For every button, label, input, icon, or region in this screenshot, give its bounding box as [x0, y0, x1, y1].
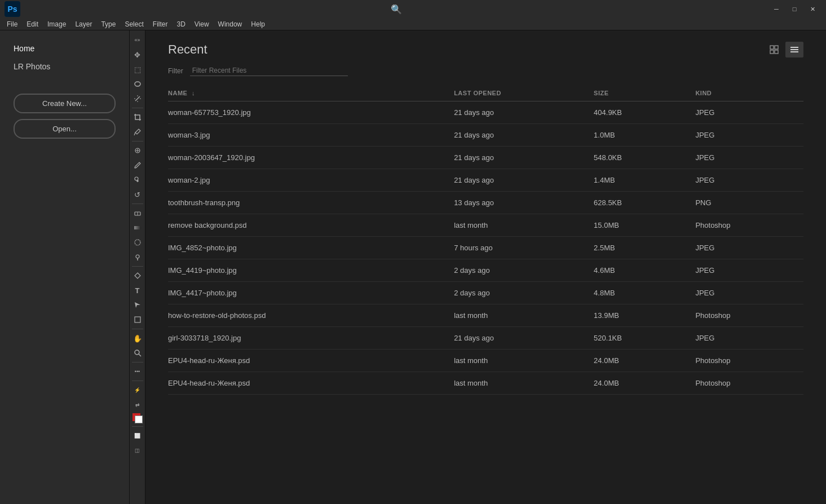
- table-row[interactable]: woman-2003647_1920.jpg 21 days ago 548.0…: [168, 147, 803, 169]
- eraser-tool[interactable]: [131, 206, 144, 220]
- table-row[interactable]: IMG_4417~photo.jpg 2 days ago 4.8MB JPEG: [168, 282, 803, 304]
- title-bar: Ps 🔍 ─ □ ✕: [0, 0, 826, 18]
- color-swatches[interactable]: [132, 413, 143, 423]
- close-button[interactable]: ✕: [803, 0, 821, 18]
- file-last-opened: 21 days ago: [454, 147, 594, 169]
- col-last-opened[interactable]: LAST OPENED: [454, 85, 594, 101]
- svg-point-17: [136, 255, 139, 258]
- file-size: 15.0MB: [594, 214, 695, 237]
- filter-input[interactable]: [190, 65, 348, 76]
- menu-view[interactable]: View: [190, 18, 214, 30]
- col-name[interactable]: NAME ↓: [168, 85, 454, 101]
- panels-collapse-btn[interactable]: «»: [131, 33, 144, 47]
- open-button[interactable]: Open...: [14, 119, 116, 139]
- file-last-opened: last month: [454, 304, 594, 327]
- files-tbody: woman-657753_1920.jpg 21 days ago 404.9K…: [168, 101, 803, 395]
- menu-image[interactable]: Image: [43, 18, 70, 30]
- file-kind: JPEG: [695, 259, 803, 282]
- recent-header: Recent: [145, 30, 826, 63]
- file-kind: JPEG: [695, 282, 803, 304]
- window-controls: ─ □ ✕: [767, 0, 821, 18]
- marquee-tool[interactable]: ⬚: [131, 63, 144, 76]
- content-area: Recent Filter NAME ↓: [145, 30, 826, 504]
- files-table-header: NAME ↓ LAST OPENED SIZE KIND: [168, 85, 803, 101]
- table-row[interactable]: toothbrush-transp.png 13 days ago 628.5K…: [168, 192, 803, 214]
- menu-help[interactable]: Help: [246, 18, 270, 30]
- menu-window[interactable]: Window: [214, 18, 247, 30]
- table-row[interactable]: EPU4-head-ru-Женя.psd last month 24.0MB …: [168, 372, 803, 395]
- table-row[interactable]: how-to-restore-old-photos.psd last month…: [168, 304, 803, 327]
- file-size: 4.8MB: [594, 282, 695, 304]
- file-last-opened: 2 days ago: [454, 282, 594, 304]
- table-row[interactable]: EPU4-head-ru-Женя.psd last month 24.0MB …: [168, 350, 803, 372]
- create-new-button[interactable]: Create New...: [14, 94, 116, 113]
- table-row[interactable]: woman-657753_1920.jpg 21 days ago 404.9K…: [168, 101, 803, 124]
- pen-tool[interactable]: [131, 269, 144, 282]
- lasso-tool[interactable]: [131, 77, 144, 91]
- table-row[interactable]: remove background.psd last month 15.0MB …: [168, 214, 803, 237]
- file-last-opened: last month: [454, 372, 594, 395]
- menu-3d[interactable]: 3D: [172, 18, 189, 30]
- zoom-tool[interactable]: [131, 346, 144, 360]
- blur-tool[interactable]: [131, 236, 144, 249]
- file-kind: JPEG: [695, 101, 803, 124]
- file-kind: Photoshop: [695, 214, 803, 237]
- table-row[interactable]: woman-3.jpg 21 days ago 1.0MB JPEG: [168, 124, 803, 147]
- menu-layer[interactable]: Layer: [70, 18, 96, 30]
- shape-tool[interactable]: [131, 313, 144, 326]
- menu-type[interactable]: Type: [96, 18, 120, 30]
- menu-edit[interactable]: Edit: [22, 18, 43, 30]
- file-last-opened: 21 days ago: [454, 327, 594, 350]
- healing-tool[interactable]: [131, 144, 144, 157]
- more-tools[interactable]: •••: [131, 365, 144, 378]
- grid-view-toggle[interactable]: [765, 42, 783, 58]
- search-icon[interactable]: 🔍: [384, 4, 409, 15]
- history-brush-tool[interactable]: ↺: [131, 188, 144, 201]
- filter-bar: Filter: [145, 63, 826, 85]
- file-size: 24.0MB: [594, 372, 695, 395]
- minimize-button[interactable]: ─: [767, 0, 785, 18]
- svg-rect-19: [135, 317, 140, 322]
- table-row[interactable]: woman-2.jpg 21 days ago 1.4MB JPEG: [168, 169, 803, 192]
- table-row[interactable]: IMG_4852~photo.jpg 7 hours ago 2.5MB JPE…: [168, 237, 803, 259]
- file-size: 1.0MB: [594, 124, 695, 147]
- file-size: 2.5MB: [594, 237, 695, 259]
- gradient-tool[interactable]: [131, 221, 144, 235]
- file-name: woman-657753_1920.jpg: [168, 101, 454, 124]
- list-view-toggle[interactable]: [785, 42, 803, 58]
- menu-filter[interactable]: Filter: [148, 18, 173, 30]
- files-container[interactable]: NAME ↓ LAST OPENED SIZE KIND woman-65775…: [145, 85, 826, 504]
- move-tool[interactable]: ✥: [131, 48, 144, 61]
- dodge-tool[interactable]: [131, 250, 144, 264]
- col-kind[interactable]: KIND: [695, 85, 803, 101]
- change-screen-mode[interactable]: ◫: [131, 444, 144, 457]
- magic-wand-tool[interactable]: [131, 92, 144, 105]
- svg-line-21: [139, 354, 141, 356]
- table-row[interactable]: girl-3033718_1920.jpg 21 days ago 520.1K…: [168, 327, 803, 350]
- background-color[interactable]: [135, 415, 143, 423]
- sidebar-item-lr-photos[interactable]: LR Photos: [0, 58, 129, 76]
- crop-tool[interactable]: [131, 110, 144, 124]
- main-layout: Home LR Photos Create New... Open... «» …: [0, 30, 826, 504]
- menu-select[interactable]: Select: [120, 18, 148, 30]
- file-name: how-to-restore-old-photos.psd: [168, 304, 454, 327]
- sort-arrow: ↓: [192, 90, 195, 96]
- hand-tool[interactable]: ✋: [131, 331, 144, 345]
- path-selection-tool[interactable]: [131, 298, 144, 312]
- type-tool[interactable]: T: [131, 284, 144, 297]
- table-row[interactable]: IMG_4419~photo.jpg 2 days ago 4.6MB JPEG: [168, 259, 803, 282]
- quick-mask-mode[interactable]: ⬜: [131, 429, 144, 443]
- brush-tool[interactable]: [131, 158, 144, 172]
- maximize-button[interactable]: □: [785, 0, 803, 18]
- menu-bar: File Edit Image Layer Type Select Filter…: [0, 18, 826, 30]
- eyedropper-tool[interactable]: [131, 125, 144, 139]
- quick-action-2[interactable]: ⇄: [131, 398, 144, 412]
- quick-action-1[interactable]: ⚡: [131, 383, 144, 397]
- clone-stamp-tool[interactable]: [131, 173, 144, 187]
- sidebar-item-home[interactable]: Home: [0, 39, 129, 58]
- file-name: toothbrush-transp.png: [168, 192, 454, 214]
- col-size[interactable]: SIZE: [594, 85, 695, 101]
- file-name: IMG_4417~photo.jpg: [168, 282, 454, 304]
- menu-file[interactable]: File: [2, 18, 22, 30]
- file-name: IMG_4852~photo.jpg: [168, 237, 454, 259]
